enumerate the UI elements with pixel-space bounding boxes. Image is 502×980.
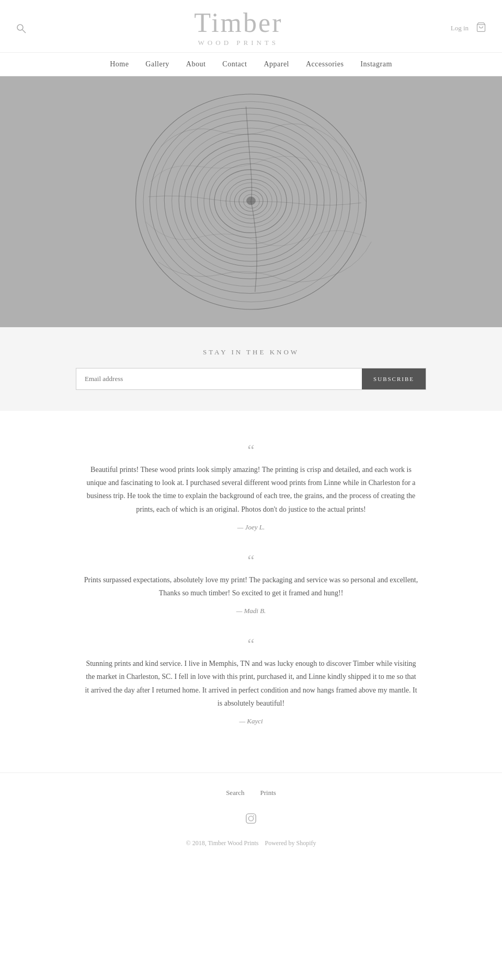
- hero-wood-image: [115, 82, 387, 322]
- newsletter-form: SUBSCRIBE: [76, 368, 426, 390]
- testimonial-2: “ Prints surpassed expectations, absolut…: [42, 552, 460, 615]
- newsletter-section: STAY IN THE KNOW SUBSCRIBE: [0, 327, 502, 411]
- testimonial-3: “ Stunning prints and kind service. I li…: [42, 636, 460, 725]
- footer-copyright: © 2018, Timber Wood Prints Powered by Sh…: [0, 834, 502, 863]
- hero-section: [0, 76, 502, 327]
- cart-icon[interactable]: [476, 22, 486, 34]
- nav-apparel[interactable]: Apparel: [264, 60, 289, 68]
- svg-line-1: [22, 30, 26, 33]
- testimonial-author-2: — Madi B.: [42, 607, 460, 615]
- footer-search-link[interactable]: Search: [226, 789, 244, 797]
- testimonial-text-3: Stunning prints and kind service. I live…: [84, 657, 418, 710]
- testimonial-text-2: Prints surpassed expectations, absolutel…: [84, 573, 418, 599]
- login-link[interactable]: Log in: [451, 24, 469, 32]
- svg-point-25: [253, 815, 254, 816]
- nav-accessories[interactable]: Accessories: [306, 60, 344, 68]
- testimonial-author-3: — Kayci: [42, 717, 460, 725]
- nav-instagram[interactable]: Instagram: [360, 60, 392, 68]
- footer-social: [0, 808, 502, 834]
- site-logo: Timber WOOD PRINTS: [26, 9, 451, 47]
- header: Timber WOOD PRINTS Log in: [0, 0, 502, 52]
- instagram-icon[interactable]: [245, 813, 257, 827]
- subscribe-button[interactable]: SUBSCRIBE: [362, 368, 426, 389]
- testimonial-author-1: — Joey L.: [42, 523, 460, 532]
- footer-nav: Search Prints: [0, 773, 502, 808]
- footer: Search Prints © 2018, Timber Wood Prints…: [0, 773, 502, 863]
- logo-title: Timber: [26, 9, 451, 37]
- testimonials-section: “ Beautiful prints! These wood prints lo…: [0, 411, 502, 773]
- footer-prints-link[interactable]: Prints: [260, 789, 276, 797]
- logo-subtitle: WOOD PRINTS: [26, 39, 451, 47]
- quote-mark-1: “: [42, 442, 460, 458]
- svg-point-0: [17, 25, 23, 30]
- svg-point-24: [248, 816, 253, 821]
- newsletter-title: STAY IN THE KNOW: [31, 348, 471, 356]
- header-actions: Log in: [451, 22, 486, 34]
- nav-home[interactable]: Home: [110, 60, 129, 68]
- search-icon[interactable]: [16, 23, 26, 33]
- quote-mark-3: “: [42, 636, 460, 652]
- email-input[interactable]: [76, 368, 362, 389]
- quote-mark-2: “: [42, 552, 460, 568]
- svg-rect-23: [246, 814, 256, 823]
- main-nav: Home Gallery About Contact Apparel Acces…: [0, 52, 502, 76]
- nav-contact[interactable]: Contact: [222, 60, 247, 68]
- testimonial-1: “ Beautiful prints! These wood prints lo…: [42, 442, 460, 532]
- nav-gallery[interactable]: Gallery: [145, 60, 169, 68]
- testimonial-text-1: Beautiful prints! These wood prints look…: [84, 463, 418, 516]
- nav-about[interactable]: About: [186, 60, 206, 68]
